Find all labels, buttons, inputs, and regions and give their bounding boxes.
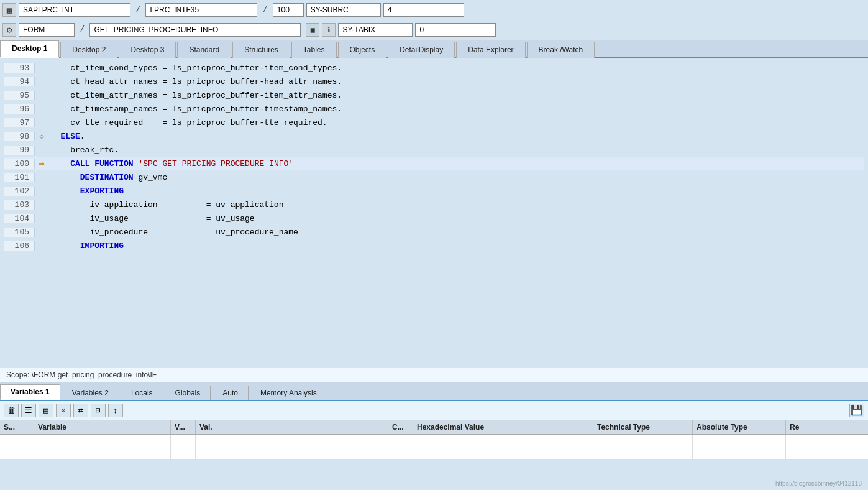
code-line-99: 99 break_rfc. xyxy=(4,143,864,157)
line-num-98: 98 xyxy=(4,132,35,141)
code-line-104: 104 iv_usage = uv_usage xyxy=(4,211,864,225)
code-section: 93 ct_item_cond_types = ls_pricproc_buff… xyxy=(0,58,868,382)
tab-dataexplorer[interactable]: Data Explorer xyxy=(456,42,525,58)
tab-detaildisplay[interactable]: DetailDisplay xyxy=(388,42,455,58)
code-line-96: 96 ct_timestamp_names = ls_pricproc_buff… xyxy=(4,102,864,116)
col-header-abs: Absolute Type xyxy=(693,420,786,434)
col-header-c: C... xyxy=(388,420,413,434)
form-name-field[interactable]: GET_PRICING_PROCEDURE_INFO xyxy=(89,23,301,37)
code-line-103: 103 iv_application = uv_application xyxy=(4,198,864,211)
code-line-93: 93 ct_item_cond_types = ls_pricproc_buff… xyxy=(4,61,864,75)
info-icon[interactable]: ℹ xyxy=(322,23,336,37)
code-line-94: 94 ct_head_attr_names = ls_pricproc_buff… xyxy=(4,75,864,88)
code-line-98: 98 ◇ ELSE. xyxy=(4,129,864,143)
var-tab-memoryanalysis[interactable]: Memory Analysis xyxy=(250,386,327,400)
line-num-103: 103 xyxy=(4,200,35,210)
sy-tabix-label: SY-TABIX xyxy=(338,23,413,37)
line-num-105: 105 xyxy=(4,228,35,237)
line-code-93: ct_item_cond_types = ls_pricproc_buffer-… xyxy=(48,63,342,73)
tab-standard[interactable]: Standard xyxy=(177,42,231,58)
line-code-101: DESTINATION gv_vmc xyxy=(48,173,167,182)
code-line-95: 95 ct_item_attr_names = ls_pricproc_buff… xyxy=(4,88,864,102)
code-line-101: 101 DESTINATION gv_vmc xyxy=(4,170,864,184)
code-line-106: 106 IMPORTING xyxy=(4,239,864,252)
line-num-97: 97 xyxy=(4,118,35,127)
arrows-icon[interactable]: ⇄ xyxy=(73,404,88,417)
line-num-95: 95 xyxy=(4,91,35,100)
var-tab-globals[interactable]: Globals xyxy=(165,386,211,400)
gear-icon: ⚙ xyxy=(2,23,16,37)
tab-breakwatch[interactable]: Break./Watch xyxy=(527,42,595,58)
code-line-105: 105 iv_procedure = uv_procedure_name xyxy=(4,225,864,239)
form-label: FORM xyxy=(19,23,75,37)
line-num-104: 104 xyxy=(4,214,35,223)
var-table-body xyxy=(0,435,868,460)
line-num-102: 102 xyxy=(4,187,35,196)
line-num-94: 94 xyxy=(4,77,35,86)
sy-tabix-val[interactable]: 0 xyxy=(415,23,496,37)
line-num-99: 99 xyxy=(4,146,35,155)
line-code-96: ct_timestamp_names = ls_pricproc_buffer-… xyxy=(48,104,342,114)
line-arrow-100: ⇒ xyxy=(35,157,48,170)
line-code-97: cv_tte_required = ls_pricproc_buffer-tte… xyxy=(48,118,327,127)
line-num-101: 101 xyxy=(4,173,35,182)
toolbar-row-2: ⚙ FORM / GET_PRICING_PROCEDURE_INFO ▣ ℹ … xyxy=(0,20,868,40)
var-tab-variables1[interactable]: Variables 1 xyxy=(0,384,60,400)
module-field[interactable]: LPRC_INTF35 xyxy=(145,3,257,17)
line-code-106: IMPORTING xyxy=(48,241,124,251)
sy-subrc-label: SY-SUBRC xyxy=(306,3,381,17)
program-field[interactable]: SAPLPRC_INT xyxy=(19,3,130,17)
main-tab-bar: Desktop 1 Desktop 2 Desktop 3 Standard S… xyxy=(0,40,868,58)
col-header-s: S... xyxy=(0,420,34,434)
var-tab-variables2[interactable]: Variables 2 xyxy=(62,386,119,400)
line-num-93: 93 xyxy=(4,63,35,73)
code-line-97: 97 cv_tte_required = ls_pricproc_buffer-… xyxy=(4,116,864,129)
line-code-95: ct_item_attr_names = ls_pricproc_buffer-… xyxy=(48,91,342,100)
tab-structures[interactable]: Structures xyxy=(232,42,290,58)
main-container: 93 ct_item_cond_types = ls_pricproc_buff… xyxy=(0,58,868,490)
separator1: / xyxy=(133,5,143,15)
save-icon[interactable]: 💾 xyxy=(849,404,864,417)
linenum-field[interactable]: 100 xyxy=(273,3,304,17)
line-code-103: iv_application = uv_application xyxy=(48,200,283,210)
table-icon3[interactable]: ✕ xyxy=(56,404,71,417)
line-code-102: EXPORTING xyxy=(48,187,124,196)
table-icon2[interactable]: ▤ xyxy=(39,404,53,417)
tab-desktop3[interactable]: Desktop 3 xyxy=(119,42,176,58)
separator3: / xyxy=(77,25,87,35)
col-header-v: V... xyxy=(171,420,196,434)
col-header-variable: Variable xyxy=(34,420,171,434)
line-code-98: ELSE. xyxy=(48,132,85,141)
var-toolbar: 🗑 ☰ ▤ ✕ ⇄ ⊞ ↕ 💾 xyxy=(0,401,868,420)
line-code-100: CALL FUNCTION 'SPC_GET_PRICING_PROCEDURE… xyxy=(48,159,293,169)
variables-section: Variables 1 Variables 2 Locals Globals A… xyxy=(0,382,868,490)
watermark: https://blogroscbinney/0412118 xyxy=(775,480,862,487)
top-toolbar: ▦ SAPLPRC_INT / LPRC_INTF35 / 100 SY-SUB… xyxy=(0,0,868,40)
tab-objects[interactable]: Objects xyxy=(338,42,387,58)
filter-icon[interactable]: ⊞ xyxy=(91,404,106,417)
var-tab-locals[interactable]: Locals xyxy=(121,386,163,400)
var-table-header: S... Variable V... Val. C... Hexadecimal… xyxy=(0,420,868,435)
line-num-100: 100 xyxy=(4,159,35,169)
line-num-106: 106 xyxy=(4,241,35,251)
nav-icon[interactable]: ▣ xyxy=(306,23,319,37)
code-line-102: 102 EXPORTING xyxy=(4,184,864,198)
tab-tables[interactable]: Tables xyxy=(291,42,337,58)
sy-subrc-val[interactable]: 4 xyxy=(383,3,464,17)
program-icon: ▦ xyxy=(2,3,16,17)
tab-desktop2[interactable]: Desktop 2 xyxy=(60,42,117,58)
col-header-val: Val. xyxy=(196,420,388,434)
line-code-105: iv_procedure = uv_procedure_name xyxy=(48,228,298,237)
more-icon[interactable]: ↕ xyxy=(108,404,123,417)
line-code-104: iv_usage = uv_usage xyxy=(48,214,255,223)
code-editor[interactable]: 93 ct_item_cond_types = ls_pricproc_buff… xyxy=(4,61,864,368)
tab-desktop1[interactable]: Desktop 1 xyxy=(0,40,59,58)
line-code-99: break_rfc. xyxy=(48,146,119,155)
line-num-96: 96 xyxy=(4,104,35,114)
delete-icon[interactable]: 🗑 xyxy=(4,404,19,417)
var-tab-auto[interactable]: Auto xyxy=(212,386,249,400)
table-icon1[interactable]: ☰ xyxy=(21,404,36,417)
var-tab-bar: Variables 1 Variables 2 Locals Globals A… xyxy=(0,382,868,401)
col-header-hex: Hexadecimal Value xyxy=(413,420,593,434)
line-code-94: ct_head_attr_names = ls_pricproc_buffer-… xyxy=(48,77,342,86)
